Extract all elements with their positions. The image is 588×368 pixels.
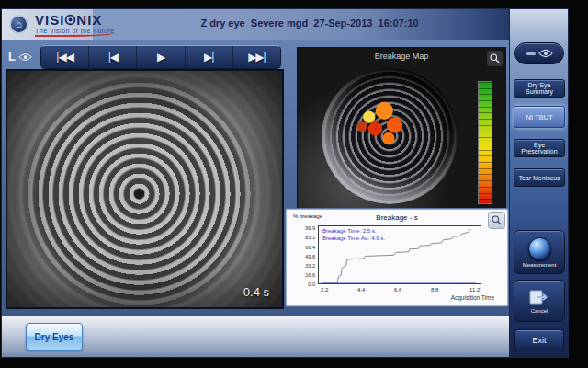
y-tick-label: 0.0	[292, 282, 315, 287]
breakage-map-panel: Breakage Map	[298, 48, 505, 212]
frame-timestamp: 0.4 s	[243, 285, 269, 299]
step-back-button[interactable]: |◀	[89, 46, 137, 68]
logo-eye-icon	[64, 13, 76, 25]
content: L |◀◀ |◀ ▶ ▶| ▶▶| 0.4 s Breakage Map	[2, 40, 509, 357]
rewind-button[interactable]: |◀◀	[41, 46, 89, 68]
x-tick-label: 2.2	[316, 287, 333, 293]
header: ⌂ VISINIX The Vision of the Future Z dry…	[2, 9, 509, 40]
chart-title: Breakage - s	[287, 213, 507, 222]
bottom-bar: Dry Eyes	[2, 316, 509, 357]
measure-button-label: Measurement	[523, 262, 557, 268]
cancel-button-label: Cancel	[531, 308, 548, 314]
dry-eyes-button[interactable]: Dry Eyes	[26, 323, 83, 351]
chart-x-axis-label: Acquisition Time	[451, 294, 494, 301]
legend-breakage-time: Breakage Time: 2.5 s.	[322, 228, 385, 236]
video-frame: 0.4 s	[6, 69, 284, 309]
fast-forward-button[interactable]: ▶▶|	[233, 46, 280, 68]
y-tick-label: 16.6	[292, 272, 315, 278]
cancel-button[interactable]: Cancel	[514, 280, 565, 322]
eye-icon	[538, 49, 553, 58]
brand-tagline: The Vision of the Future	[35, 28, 115, 34]
measure-button[interactable]: Measurement	[514, 230, 565, 274]
y-tick-label: 83.1	[292, 235, 315, 240]
chart-legend: Breakage Time: 2.5 s. Breakage Time Av.:…	[322, 228, 385, 243]
x-tick-label: 4.4	[353, 287, 369, 293]
x-tick-label: 8.8	[426, 287, 443, 293]
severity-colorbar	[478, 81, 492, 204]
sidebar-dry-eye-summary-button[interactable]: Dry Eye Summary	[514, 79, 565, 98]
eye-side-label: L	[8, 50, 32, 63]
zoom-icon[interactable]	[487, 51, 503, 66]
y-tick-label: 66.4	[292, 245, 315, 250]
legend-breakage-time-avg: Breakage Time Av.: 4.9 s.	[322, 236, 385, 243]
sidebar-tear-meniscus-button[interactable]: Tear Meniscus	[514, 168, 565, 187]
sidebar-eye-preservation-button[interactable]: Eye Preservation	[514, 139, 565, 157]
cancel-icon	[527, 288, 551, 306]
breakage-map-title: Breakage Map	[298, 52, 505, 61]
step-forward-button[interactable]: ▶|	[186, 46, 233, 68]
sidebar-ni-tbut-button[interactable]: NI TBUT	[514, 106, 565, 128]
eye-selector-button[interactable]	[514, 42, 564, 64]
x-tick-label: 11.2	[467, 287, 483, 293]
x-tick-label: 6.6	[390, 287, 406, 293]
vignette-overlay	[7, 71, 282, 307]
y-tick-label: 49.8	[292, 254, 315, 259]
lens-icon	[528, 237, 551, 260]
chart-plot-area: Breakage Time: 2.5 s. Breakage Time Av.:…	[318, 225, 481, 284]
home-icon[interactable]: ⌂	[9, 15, 28, 34]
eye-icon	[18, 52, 32, 62]
exit-button[interactable]: Exit	[514, 329, 564, 351]
logo: VISINIX The Vision of the Future	[35, 12, 115, 37]
main-area: ⌂ VISINIX The Vision of the Future Z dry…	[2, 9, 509, 357]
exam-title: Z dry eye Severe mgd 27-Sep-2013 16:07:1…	[158, 17, 461, 29]
app-window: ⌂ VISINIX The Vision of the Future Z dry…	[2, 9, 568, 357]
breakage-hotspots	[351, 96, 412, 149]
play-button[interactable]: ▶	[137, 46, 185, 68]
playback-bar: |◀◀ |◀ ▶ ▶| ▶▶|	[40, 45, 281, 69]
breakage-chart-panel: % breakage Breakage - s Breakage Time: 2…	[287, 210, 507, 305]
y-tick-label: 33.2	[292, 263, 315, 269]
zoom-icon[interactable]	[489, 213, 504, 228]
sidebar: Dry Eye Summary NI TBUT Eye Preservation…	[509, 9, 568, 357]
y-tick-label: 99.9	[292, 225, 315, 231]
brand-logo: VISINIX	[35, 12, 115, 28]
eye-selector-dash	[526, 52, 536, 55]
